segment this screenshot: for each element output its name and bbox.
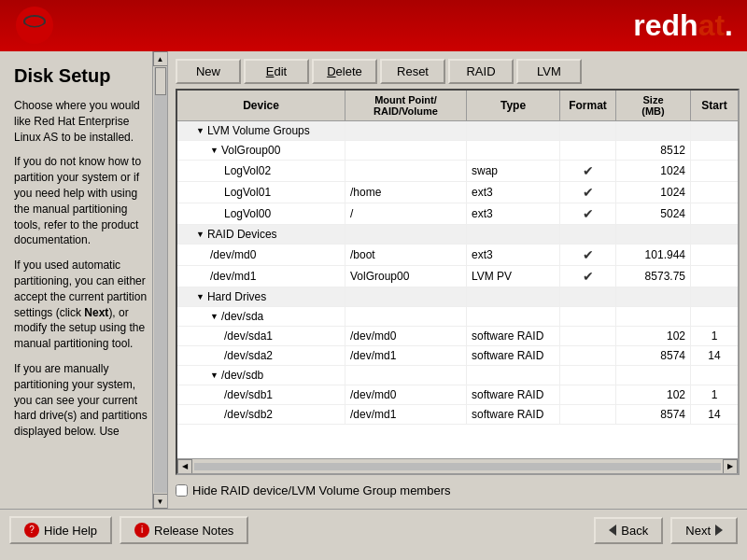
start-cell [691,182,738,203]
lvm-button[interactable]: LVM [516,59,582,84]
device-cell: /dev/md1 [177,266,345,287]
main-layout: Disk Setup Choose where you would like R… [0,51,747,509]
table-row[interactable]: LogVol01 /home ext3 ✔ 1024 [177,182,738,203]
left-scroll[interactable]: ▲ ▼ [152,51,167,509]
table-row[interactable]: /dev/sda2 /dev/md1 software RAID 8574 14 [177,346,738,366]
start-cell [691,203,738,224]
table-row[interactable]: /dev/sda1 /dev/md0 software RAID 102 1 [177,327,738,346]
scroll-down-btn[interactable]: ▼ [153,494,168,509]
mount-cell [345,225,467,244]
start-cell [691,121,738,140]
size-cell: 8512 [616,141,691,160]
scroll-right-btn[interactable]: ▶ [723,459,738,474]
hide-raid-checkbox[interactable] [176,484,188,497]
header: redhat. [0,0,747,51]
start-cell [691,141,738,160]
size-cell: 8574 [616,405,691,424]
next-button[interactable]: Next [670,517,738,544]
type-cell [467,366,560,385]
brand-logo: redhat. [633,8,733,43]
new-button[interactable]: New [176,59,241,84]
format-cell [560,346,616,365]
start-cell: 1 [691,385,738,404]
format-cell [560,327,616,345]
table-row[interactable]: /dev/md1 VolGroup00 LVM PV ✔ 8573.75 [177,266,738,287]
device-cell: /dev/sda1 [177,327,345,345]
back-button[interactable]: Back [594,517,663,544]
device-cell: LogVol02 [177,161,345,181]
type-cell [467,141,560,160]
type-cell: ext3 [467,182,560,203]
type-cell: ext3 [467,245,560,265]
mount-cell: VolGroup00 [345,266,467,287]
table-row[interactable]: ▼ /dev/sda [177,307,738,327]
scroll-thumb[interactable] [155,67,166,95]
table-row[interactable]: /dev/sdb2 /dev/md1 software RAID 8574 14 [177,405,738,425]
scroll-track [154,67,167,493]
right-panel: New Edit Delete Reset RAID LVM Device Mo… [168,51,747,509]
size-cell: 102 [616,385,691,404]
format-cell [560,121,616,140]
hide-help-button[interactable]: ? Hide Help [9,516,112,544]
table-row[interactable]: ▼ RAID Devices [177,225,738,245]
table-row[interactable]: ▼ VolGroup00 8512 [177,141,738,161]
format-cell [560,307,616,326]
desc-2: If you do not know how to partition your… [14,154,153,248]
reset-button[interactable]: Reset [380,59,445,84]
device-cell: /dev/sda2 [177,346,345,365]
col-size: Size(MB) [616,91,691,120]
type-cell [467,225,560,244]
table-row[interactable]: LogVol02 swap ✔ 1024 [177,161,738,182]
table-row[interactable]: ▼ /dev/sdb [177,366,738,385]
svg-point-2 [25,17,44,26]
type-cell: software RAID [467,405,560,424]
table-row[interactable]: /dev/sdb1 /dev/md0 software RAID 102 1 [177,385,738,405]
start-cell [691,161,738,181]
col-format: Format [560,91,616,120]
table-row[interactable]: LogVol00 / ext3 ✔ 5024 [177,203,738,225]
start-cell: 14 [691,346,738,365]
mount-cell: /boot [345,245,467,265]
mount-cell [345,287,467,306]
table-row[interactable]: /dev/md0 /boot ext3 ✔ 101.944 [177,245,738,266]
format-cell [560,225,616,244]
start-cell [691,287,738,306]
format-cell [560,141,616,160]
size-cell: 5024 [616,203,691,224]
device-cell: ▼ /dev/sda [177,307,345,326]
footer-right: Back Next [594,517,738,544]
h-scrollbar[interactable]: ◀ ▶ [177,458,738,473]
mount-cell: /dev/md0 [345,385,467,404]
device-cell: /dev/sdb1 [177,385,345,404]
table-row[interactable]: ▼ LVM Volume Groups [177,121,738,141]
delete-button[interactable]: Delete [312,59,377,84]
format-cell: ✔ [560,245,616,265]
mount-cell: /dev/md1 [345,346,467,365]
scroll-up-btn[interactable]: ▲ [153,51,168,66]
size-cell: 8574 [616,346,691,365]
format-cell [560,385,616,404]
format-cell [560,405,616,424]
format-cell: ✔ [560,266,616,287]
edit-button[interactable]: Edit [244,59,309,84]
size-cell: 101.944 [616,245,691,265]
device-cell: LogVol00 [177,203,345,224]
toolbar: New Edit Delete Reset RAID LVM [176,59,740,84]
col-mount: Mount Point/RAID/Volume [345,91,467,120]
col-start: Start [691,91,738,120]
mount-cell [345,366,467,385]
release-notes-button[interactable]: i Release Notes [120,516,248,544]
start-cell: 1 [691,327,738,345]
size-cell: 102 [616,327,691,345]
start-cell [691,266,738,287]
device-cell: /dev/md0 [177,245,345,265]
table-row[interactable]: ▼ Hard Drives [177,287,738,307]
device-cell: ▼ VolGroup00 [177,141,345,160]
table-header: Device Mount Point/RAID/Volume Type Form… [177,91,738,121]
size-cell: 8573.75 [616,266,691,287]
raid-button[interactable]: RAID [448,59,514,84]
format-cell [560,287,616,306]
type-cell [467,307,560,326]
scroll-left-btn[interactable]: ◀ [177,459,192,474]
start-cell [691,366,738,385]
